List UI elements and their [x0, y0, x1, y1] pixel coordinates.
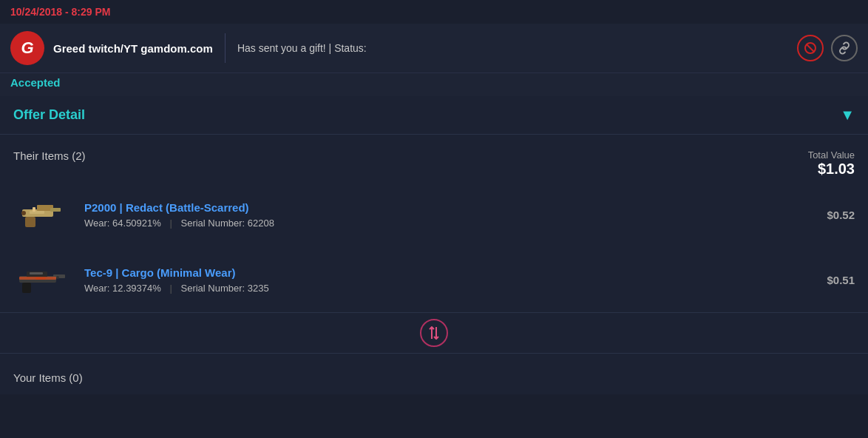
avatar: G: [10, 31, 44, 65]
item-2-name: Tec-9 | Cargo (Minimal Wear): [84, 266, 810, 279]
svg-rect-14: [30, 272, 43, 274]
swap-container: [0, 313, 868, 353]
your-items-section: Your Items (0): [0, 354, 868, 394]
your-items-row: Your Items (0): [13, 361, 855, 394]
offer-header[interactable]: Offer Detail ▼: [0, 96, 868, 135]
header-actions: [797, 35, 858, 61]
item-row: P2000 | Redact (Battle-Scarred) Wear: 64…: [13, 182, 855, 247]
item-1-serial-label: Serial Number:: [180, 218, 245, 229]
item-1-meta: Wear: 64.50921% | Serial Number: 62208: [84, 218, 810, 229]
item-2-info: Tec-9 | Cargo (Minimal Wear) Wear: 12.39…: [84, 266, 810, 294]
item-1-info: P2000 | Redact (Battle-Scarred) Wear: 64…: [84, 201, 810, 229]
svg-point-15: [56, 276, 59, 279]
their-items-header: Their Items (2) Total Value $1.03: [13, 142, 855, 182]
item-2-wear-label: Wear:: [84, 283, 109, 294]
their-items-label: Their Items (2): [13, 149, 86, 162]
total-value-block: Total Value $1.03: [808, 149, 855, 178]
accepted-status: Accepted: [0, 73, 868, 96]
item-2-sep: |: [169, 283, 172, 294]
tec9-gun-icon: [15, 261, 71, 298]
timestamp: 10/24/2018 - 8:29 PM: [0, 0, 868, 24]
item-2-serial-label: Serial Number:: [180, 283, 245, 294]
link-icon: [838, 41, 851, 55]
swap-button[interactable]: [420, 319, 448, 347]
svg-rect-16: [35, 277, 46, 280]
item-2-wear-value: 12.39374%: [112, 283, 161, 294]
item-1-sep: |: [169, 218, 172, 229]
item-image-1: [13, 192, 72, 237]
header-divider: [225, 33, 226, 63]
svg-line-1: [807, 44, 815, 53]
your-items-label: Your Items (0): [13, 371, 83, 384]
item-row-2: Tec-9 | Cargo (Minimal Wear) Wear: 12.39…: [13, 247, 855, 312]
item-image-2: [13, 257, 72, 302]
sender-name: Greed twitch/YT gamdom.com: [53, 42, 213, 55]
p2000-gun-icon: [15, 196, 71, 233]
item-1-wear-label: Wear:: [84, 218, 109, 229]
item-1-name: P2000 | Redact (Battle-Scarred): [84, 201, 810, 214]
block-button[interactable]: [797, 35, 824, 61]
svg-rect-4: [25, 217, 35, 227]
gift-status-text: Has sent you a gift! | Status:: [237, 42, 367, 54]
offer-title: Offer Detail: [13, 107, 85, 123]
svg-rect-5: [50, 208, 61, 212]
offer-section: Offer Detail ▼ Their Items (2) Total Val…: [0, 96, 868, 394]
total-value-amount: $1.03: [808, 161, 855, 178]
svg-rect-8: [33, 207, 35, 212]
item-2-meta: Wear: 12.39374% | Serial Number: 3235: [84, 283, 810, 294]
svg-rect-11: [22, 283, 31, 293]
item-1-price: $0.52: [810, 209, 855, 221]
total-value-label: Total Value: [808, 149, 855, 161]
item-1-serial-value: 62208: [248, 218, 274, 229]
header-bar: G Greed twitch/YT gamdom.com Has sent yo…: [0, 24, 868, 73]
svg-point-6: [21, 211, 26, 215]
link-button[interactable]: [831, 35, 858, 61]
item-1-wear-value: 64.50921%: [112, 218, 161, 229]
block-icon: [804, 41, 817, 55]
swap-icon: [428, 326, 440, 340]
offer-content: Their Items (2) Total Value $1.03: [0, 135, 868, 312]
item-2-price: $0.51: [810, 274, 855, 286]
item-2-serial-value: 3235: [248, 283, 269, 294]
avatar-letter: G: [21, 38, 33, 58]
chevron-down-icon: ▼: [840, 107, 855, 124]
svg-rect-7: [30, 211, 44, 214]
